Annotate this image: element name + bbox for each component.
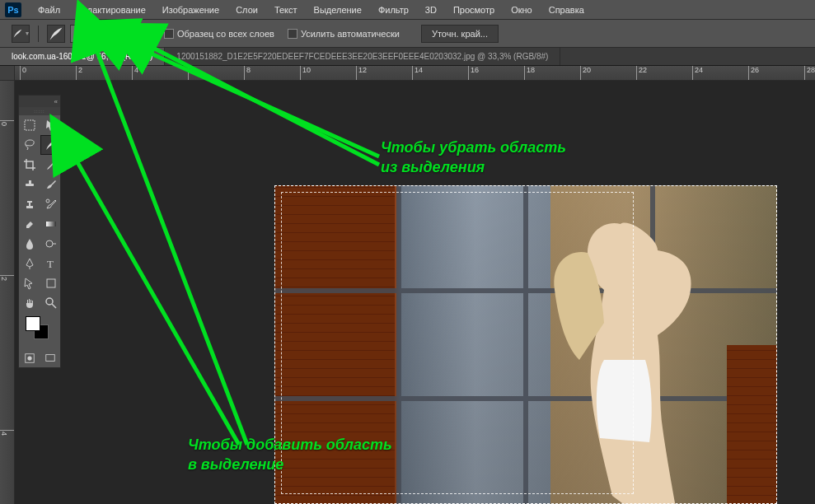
- svg-rect-10: [47, 279, 55, 287]
- ruler-tick: 16: [468, 66, 479, 81]
- ruler-tick: 18: [524, 66, 535, 81]
- checkbox-icon[interactable]: [164, 29, 174, 39]
- ruler-tick: 2: [76, 66, 82, 81]
- document-tabs: look.com.ua-160131 @ 66,7% (RGB/8) 12001…: [0, 48, 815, 66]
- options-bar: + − Образец со всех слоев Усилить автома…: [0, 20, 815, 48]
- ruler-tick: 4: [0, 430, 15, 436]
- separator: [155, 26, 156, 42]
- tool-preset-icon[interactable]: [12, 25, 30, 43]
- svg-rect-5: [29, 180, 31, 184]
- shape-tool-icon[interactable]: [40, 273, 62, 293]
- auto-enhance-label: Усилить автоматически: [301, 29, 400, 39]
- tab-label: 1200151882_D1E2E5F220EDEEF7FCEDEEE3EE20E…: [176, 52, 548, 61]
- svg-rect-7: [46, 222, 56, 226]
- menu-image[interactable]: Изображение: [154, 5, 227, 15]
- svg-text:T: T: [47, 258, 54, 270]
- sample-all-layers-label: Образец со всех слоев: [177, 29, 274, 39]
- ruler-vertical: 0 2 4: [0, 81, 15, 504]
- menu-3d[interactable]: 3D: [417, 5, 445, 15]
- ruler-tick: 0: [20, 66, 26, 81]
- collapse-icon[interactable]: «: [54, 98, 58, 105]
- tab-suffix: @ 66,7% (RGB/8): [87, 52, 153, 61]
- menu-edit[interactable]: Редактирование: [68, 5, 154, 15]
- tab-document-2[interactable]: 1200151882_D1E2E5F220EDEEF7FCEDEEE3EE20E…: [165, 48, 560, 65]
- foreground-color-swatch[interactable]: [26, 316, 40, 331]
- separator: [119, 26, 120, 42]
- marquee-tool-icon[interactable]: [19, 115, 40, 135]
- gradient-tool-icon[interactable]: [40, 214, 62, 234]
- menu-select[interactable]: Выделение: [306, 5, 370, 15]
- healing-brush-tool-icon[interactable]: [19, 175, 40, 194]
- lasso-tool-icon[interactable]: [19, 135, 40, 155]
- hand-tool-icon[interactable]: [19, 293, 40, 313]
- ruler-tick: 26: [748, 66, 759, 81]
- menu-window[interactable]: Окно: [503, 5, 541, 15]
- menu-file[interactable]: Файл: [30, 5, 68, 15]
- menu-text[interactable]: Текст: [266, 5, 306, 15]
- quick-selection-tool-icon[interactable]: [40, 135, 62, 155]
- screen-mode-icon[interactable]: [40, 349, 60, 367]
- zoom-tool-icon[interactable]: [40, 293, 62, 313]
- menu-layers[interactable]: Слои: [227, 5, 266, 15]
- svg-point-13: [27, 356, 31, 360]
- eyedropper-tool-icon[interactable]: [40, 155, 62, 175]
- annotation-remove: Чтобы убрать область из выделения: [381, 138, 566, 178]
- tools-panel: « ::::: T: [18, 95, 61, 368]
- clone-stamp-tool-icon[interactable]: [19, 194, 40, 214]
- ruler-tick: 28: [804, 66, 815, 81]
- svg-point-8: [46, 240, 53, 247]
- refine-edge-button[interactable]: Уточн. край...: [421, 25, 499, 43]
- tools-panel-header: «: [19, 96, 60, 107]
- svg-rect-14: [45, 355, 54, 362]
- svg-point-2: [132, 30, 138, 36]
- ruler-corner: [0, 66, 15, 81]
- menu-view[interactable]: Просмотр: [445, 5, 503, 15]
- checkbox-icon[interactable]: [288, 29, 297, 39]
- separator: [38, 26, 39, 42]
- photoshop-logo-icon: Ps: [5, 2, 21, 17]
- svg-point-6: [46, 199, 49, 203]
- ruler-tick: 10: [300, 66, 311, 81]
- menu-filter[interactable]: Фильтр: [370, 5, 417, 15]
- ruler-tick: 12: [356, 66, 367, 81]
- ruler-tick: 14: [412, 66, 423, 81]
- pen-tool-icon[interactable]: [19, 254, 40, 273]
- tab-document-1[interactable]: look.com.ua-160131 @ 66,7% (RGB/8): [0, 48, 165, 65]
- path-selection-tool-icon[interactable]: [19, 273, 40, 293]
- move-tool-icon[interactable]: [40, 115, 62, 135]
- drag-handle-icon[interactable]: :::::: [19, 107, 60, 115]
- ruler-tick: 20: [580, 66, 591, 81]
- brush-size-icon[interactable]: [129, 25, 147, 43]
- ruler-tick: 8: [244, 66, 251, 81]
- svg-text:+: +: [82, 26, 87, 35]
- new-selection-icon[interactable]: [47, 25, 65, 43]
- menu-help[interactable]: Справка: [541, 5, 593, 15]
- svg-point-11: [46, 298, 53, 305]
- crop-tool-icon[interactable]: [19, 155, 40, 175]
- blur-tool-icon[interactable]: [19, 234, 40, 254]
- ruler-tick: 2: [0, 275, 15, 281]
- svg-text:−: −: [105, 26, 110, 35]
- auto-enhance-checkbox[interactable]: Усилить автоматически: [288, 29, 400, 39]
- annotation-add: Чтобы добавить область в выделение: [188, 435, 392, 475]
- tab-label: look.com.ua-160131: [12, 52, 87, 61]
- color-swatches[interactable]: [19, 313, 60, 349]
- menu-bar: Ps Файл Редактирование Изображение Слои …: [0, 0, 815, 20]
- ruler-tick: 4: [132, 66, 138, 81]
- canvas-area: 0 2 4 6 8 10 12 14 16 18 20 22 24 26 28 …: [0, 66, 815, 504]
- ruler-tick: 0: [0, 120, 15, 126]
- eraser-tool-icon[interactable]: [19, 214, 40, 234]
- ruler-tick: 24: [692, 66, 703, 81]
- brush-tool-icon[interactable]: [40, 175, 62, 194]
- quick-mask-icon[interactable]: [19, 349, 40, 367]
- ruler-tick: 22: [636, 66, 647, 81]
- add-to-selection-icon[interactable]: +: [70, 25, 88, 43]
- dodge-tool-icon[interactable]: [40, 234, 62, 254]
- subtract-from-selection-icon[interactable]: −: [93, 25, 111, 43]
- type-tool-icon[interactable]: T: [40, 254, 62, 273]
- ruler-horizontal: 0 2 4 6 8 10 12 14 16 18 20 22 24 26 28: [15, 66, 815, 81]
- ruler-tick: 6: [188, 66, 194, 81]
- figure-graphic: [505, 199, 711, 504]
- history-brush-tool-icon[interactable]: [40, 194, 62, 214]
- sample-all-layers-checkbox[interactable]: Образец со всех слоев: [164, 29, 274, 39]
